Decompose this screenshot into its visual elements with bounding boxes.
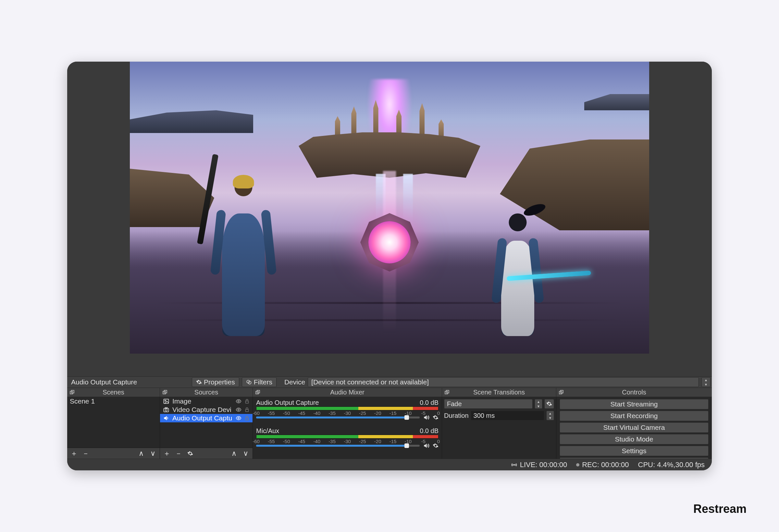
source-label: Audio Output Captu	[172, 414, 233, 422]
device-select[interactable]: [Device not connected or not available]	[308, 377, 699, 387]
add-scene-button[interactable]: ＋	[69, 449, 79, 458]
transition-stepper[interactable]: ▲ ▼	[535, 399, 542, 409]
dock-title-sources[interactable]: Sources	[160, 388, 253, 397]
selected-source-name: Audio Output Capture	[68, 378, 189, 386]
speaker-icon	[163, 414, 170, 422]
control-button-start-virtual-camera[interactable]: Start Virtual Camera	[559, 422, 709, 433]
portal	[357, 210, 422, 275]
control-button-start-recording[interactable]: Start Recording	[559, 411, 709, 421]
visibility-toggle[interactable]	[236, 415, 241, 421]
app-window: Audio Output Capture Properties Filters …	[67, 62, 712, 470]
lock-toggle[interactable]	[244, 398, 250, 404]
record-dot-icon	[576, 463, 579, 466]
sources-list[interactable]: ImageVideo Capture DeviAudio Output Capt…	[160, 397, 252, 448]
image-icon	[163, 398, 170, 405]
transitions-dock: Fade ▲ ▼ Duration 300 ms	[442, 397, 556, 459]
properties-button[interactable]: Properties	[192, 377, 239, 387]
mixer-channel-db: 0.0 dB	[420, 399, 438, 406]
duration-input[interactable]: 300 ms	[471, 411, 544, 420]
transition-settings-button[interactable]	[544, 399, 554, 409]
scenes-dock: Scene 1 ＋ － ∧ ∨	[67, 397, 160, 459]
filters-button[interactable]: Filters	[242, 377, 277, 387]
move-source-down-button[interactable]: ∨	[241, 449, 251, 458]
gear-icon	[196, 379, 202, 385]
docks: Scene 1 ＋ － ∧ ∨ ImageVideo Capture DeviA…	[67, 397, 712, 459]
remove-source-button[interactable]: －	[174, 449, 183, 458]
duration-value: 300 ms	[474, 412, 495, 419]
status-live: LIVE: 00:00:00	[511, 461, 567, 469]
visibility-toggle[interactable]	[236, 407, 241, 413]
docks-header: Scenes Sources Audio Mixer Scene Transit…	[67, 388, 712, 397]
scene-row[interactable]: Scene 1	[67, 397, 160, 405]
duration-label: Duration	[444, 412, 469, 419]
popout-icon	[444, 390, 450, 395]
scene-label: Scene 1	[70, 397, 157, 405]
camera-icon	[163, 406, 170, 413]
mixer-dock: Audio Output Capture0.0 dB-60-55-50-45-4…	[253, 397, 442, 459]
source-row[interactable]: Audio Output Captu	[160, 414, 252, 422]
status-cpu: CPU: 4.4%,30.00 fps	[638, 461, 705, 469]
character-left	[208, 161, 279, 336]
dock-title-mixer[interactable]: Audio Mixer	[253, 388, 442, 397]
mixer-volume-slider[interactable]	[256, 444, 420, 448]
control-button-studio-mode[interactable]: Studio Mode	[559, 434, 709, 445]
dock-title-transitions[interactable]: Scene Transitions	[442, 388, 556, 397]
dock-title-controls[interactable]: Controls	[556, 388, 712, 397]
mixer-channel-name: Mic/Aux	[256, 427, 279, 435]
chevron-up-icon: ▲	[702, 378, 710, 382]
sources-toolbar: ＋ － ∧ ∨	[160, 448, 252, 459]
remove-scene-button[interactable]: －	[81, 449, 91, 458]
source-row[interactable]: Video Capture Devi	[160, 405, 252, 414]
source-label: Video Capture Devi	[172, 406, 233, 414]
move-scene-up-button[interactable]: ∧	[136, 449, 146, 458]
filters-icon	[246, 379, 252, 385]
scenes-list[interactable]: Scene 1	[67, 397, 160, 448]
chevron-up-icon: ▲	[547, 411, 554, 415]
mixer-channel-db: 0.0 dB	[420, 427, 438, 435]
mixer-ticks: -60-55-50-45-40-35-30-25-20-15-10-50	[256, 410, 438, 414]
lock-toggle[interactable]	[244, 415, 250, 421]
control-button-start-streaming[interactable]: Start Streaming	[559, 399, 709, 409]
chevron-up-icon: ▲	[535, 399, 542, 404]
mixer-meter	[256, 435, 438, 439]
popout-icon	[69, 390, 75, 395]
mixer-ticks: -60-55-50-45-40-35-30-25-20-15-10-50	[256, 439, 438, 443]
svg-rect-18	[165, 407, 168, 408]
add-source-button[interactable]: ＋	[162, 449, 172, 458]
move-source-up-button[interactable]: ∧	[229, 449, 239, 458]
svg-rect-22	[246, 418, 249, 420]
transition-select[interactable]: Fade	[444, 399, 533, 409]
character-right	[490, 200, 545, 336]
controls-dock: Start StreamingStart RecordingStart Virt…	[556, 397, 712, 459]
move-scene-down-button[interactable]: ∨	[148, 449, 158, 458]
mixer-channel: Audio Output Capture0.0 dB-60-55-50-45-4…	[256, 399, 438, 421]
scenes-toolbar: ＋ － ∧ ∨	[67, 448, 160, 459]
preview-area	[67, 62, 712, 376]
chevron-down-icon: ▼	[547, 415, 554, 420]
filters-label: Filters	[254, 378, 272, 386]
device-label: Device	[284, 378, 305, 386]
popout-icon	[558, 390, 564, 395]
source-properties-bar: Audio Output Capture Properties Filters …	[67, 376, 712, 388]
svg-rect-12	[164, 399, 169, 403]
duration-stepper[interactable]: ▲ ▼	[546, 411, 554, 420]
source-row[interactable]: Image	[160, 397, 252, 405]
mixer-volume-slider[interactable]	[256, 415, 420, 420]
sources-dock: ImageVideo Capture DeviAudio Output Capt…	[160, 397, 253, 459]
device-value: [Device not connected or not available]	[311, 378, 429, 386]
mixer-channel-name: Audio Output Capture	[256, 399, 319, 406]
mixer-channel: Mic/Aux0.0 dB-60-55-50-45-40-35-30-25-20…	[256, 427, 438, 449]
lock-toggle[interactable]	[244, 407, 250, 413]
gear-icon	[187, 451, 193, 456]
popout-icon	[162, 390, 168, 395]
source-settings-button[interactable]	[185, 449, 195, 458]
preview-canvas[interactable]	[130, 62, 649, 353]
control-button-settings[interactable]: Settings	[559, 446, 709, 456]
svg-point-14	[238, 401, 240, 402]
visibility-toggle[interactable]	[236, 398, 241, 404]
svg-rect-20	[246, 409, 249, 412]
svg-rect-15	[246, 401, 249, 403]
gear-icon	[546, 401, 552, 407]
dock-title-scenes[interactable]: Scenes	[67, 388, 160, 397]
device-stepper[interactable]: ▲ ▼	[702, 377, 711, 387]
